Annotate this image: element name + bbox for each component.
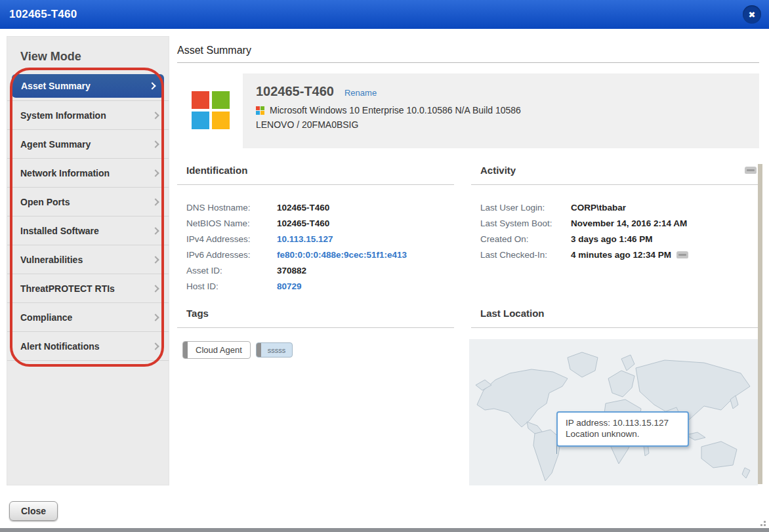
- chevron-right-icon: [152, 169, 159, 176]
- selected-item-pill: Asset Summary: [12, 74, 164, 98]
- chevron-right-icon: [152, 140, 159, 148]
- chevron-right-icon: [152, 227, 159, 234]
- activity-row-last-boot: Last System Boot: November 14, 2016 2:14…: [480, 215, 759, 231]
- cloud-agent-icon: [745, 167, 757, 174]
- ident-row-ipv6: IPv6 Addresses: fe80:0:0:0:488e:9cec:51f…: [186, 247, 454, 262]
- sidebar-item-installed-software[interactable]: Installed Software: [7, 216, 169, 245]
- chevron-right-icon: [152, 198, 159, 205]
- sidebar-item-network-information[interactable]: Network Information: [7, 159, 169, 188]
- windows-logo-icon: [192, 91, 230, 129]
- tooltip-ip-line: IP address: 10.113.15.127: [566, 417, 680, 428]
- asset-header-panel: 102465-T460 Rename Microsoft Windows 10 …: [177, 73, 759, 148]
- asset-name: 102465-T460: [256, 84, 334, 99]
- section-divider: [471, 327, 759, 328]
- windows-logo-small-icon: [256, 106, 264, 115]
- chevron-right-icon: [152, 285, 159, 292]
- hardware-description: LENOVO / 20FMA0BSIG: [256, 119, 521, 130]
- sidebar-item-vulnerabilities[interactable]: Vulnerabilities: [7, 245, 169, 274]
- vertical-scrollbar-thumb[interactable]: [758, 164, 762, 484]
- tag-sssss: sssss: [256, 342, 293, 358]
- tag-edge: [183, 342, 188, 358]
- asset-header-text: 102465-T460 Rename Microsoft Windows 10 …: [256, 84, 521, 130]
- map-tooltip: IP address: 10.113.15.127 Location unkno…: [556, 411, 689, 447]
- view-mode-nav: Asset Summary System Information Agent S…: [7, 72, 169, 361]
- sidebar-item-open-ports[interactable]: Open Ports: [7, 188, 169, 216]
- view-mode-heading: View Mode: [7, 37, 169, 64]
- dialog-titlebar: 102465-T460 ✖: [0, 0, 769, 29]
- world-map: IP address: 10.113.15.127 Location unkno…: [469, 339, 758, 485]
- activity-title: Activity: [480, 165, 745, 176]
- ident-row-asset-id: Asset ID: 370882: [186, 262, 454, 278]
- ident-row-host-id: Host ID: 80729: [186, 278, 454, 294]
- activity-section: Activity Last User Login: CORP\tbabar La…: [471, 163, 759, 262]
- chevron-right-icon: [152, 256, 159, 263]
- close-icon[interactable]: ✖: [743, 5, 761, 24]
- ipv6-link[interactable]: fe80:0:0:0:488e:9cec:51f1:e413: [277, 250, 407, 260]
- rename-link[interactable]: Rename: [344, 88, 377, 98]
- sidebar-item-compliance[interactable]: Compliance: [7, 303, 169, 332]
- sidebar-item-alert-notifications[interactable]: Alert Notifications: [7, 332, 169, 361]
- title-divider: [177, 62, 759, 63]
- window-bottom-edge: [0, 528, 769, 532]
- sidebar-item-threatprotect-rtis[interactable]: ThreatPROTECT RTIs: [7, 274, 169, 303]
- tag-cloud-agent: Cloud Agent: [182, 341, 251, 359]
- ident-row-dns: DNS Hostname: 102465-T460: [186, 199, 454, 215]
- sidebar-item-asset-summary[interactable]: Asset Summary: [7, 72, 169, 101]
- view-mode-sidebar: View Mode Asset Summary System Informati…: [7, 36, 169, 485]
- ident-row-ipv4: IPv4 Addresses: 10.113.15.127: [186, 231, 454, 247]
- host-id-link[interactable]: 80729: [277, 281, 302, 291]
- asset-details-dialog: 102465-T460 ✖ View Mode Asset Summary Sy…: [0, 0, 769, 532]
- tooltip-location-line: Location unknown.: [566, 428, 680, 440]
- resize-grip-icon[interactable]: [759, 521, 766, 527]
- activity-row-created-on: Created On: 3 days ago 1:46 PM: [480, 231, 759, 247]
- os-description: Microsoft Windows 10 Enterprise 10.0.105…: [270, 105, 521, 115]
- identification-title: Identification: [186, 165, 451, 176]
- identification-section: Identification DNS Hostname: 102465-T460…: [177, 163, 454, 294]
- ipv4-link[interactable]: 10.113.15.127: [277, 234, 333, 244]
- sidebar-item-system-information[interactable]: System Information: [7, 101, 169, 130]
- ident-row-netbios: NetBIOS Name: 102465-T460: [186, 215, 454, 231]
- last-location-title: Last Location: [480, 308, 757, 319]
- activity-row-last-login: Last User Login: CORP\tbabar: [480, 199, 759, 215]
- chevron-right-icon: [152, 112, 159, 119]
- chevron-right-icon: [152, 314, 159, 321]
- activity-row-last-checked-in: Last Checked-In: 4 minutes ago 12:34 PM: [480, 247, 759, 262]
- sidebar-item-agent-summary[interactable]: Agent Summary: [7, 130, 169, 159]
- tag-edge: [257, 343, 261, 357]
- tags-section: Tags Cloud Agent sssss: [177, 306, 454, 359]
- os-logo-box: [177, 73, 243, 148]
- chevron-right-icon: [152, 342, 159, 350]
- last-location-section: Last Location: [471, 306, 759, 328]
- dialog-title: 102465-T460: [0, 8, 77, 21]
- page-title: Asset Summary: [177, 45, 251, 56]
- tags-title: Tags: [186, 308, 451, 319]
- chevron-right-icon: [148, 82, 156, 89]
- close-button[interactable]: Close: [9, 501, 58, 521]
- cloud-agent-icon: [676, 251, 688, 258]
